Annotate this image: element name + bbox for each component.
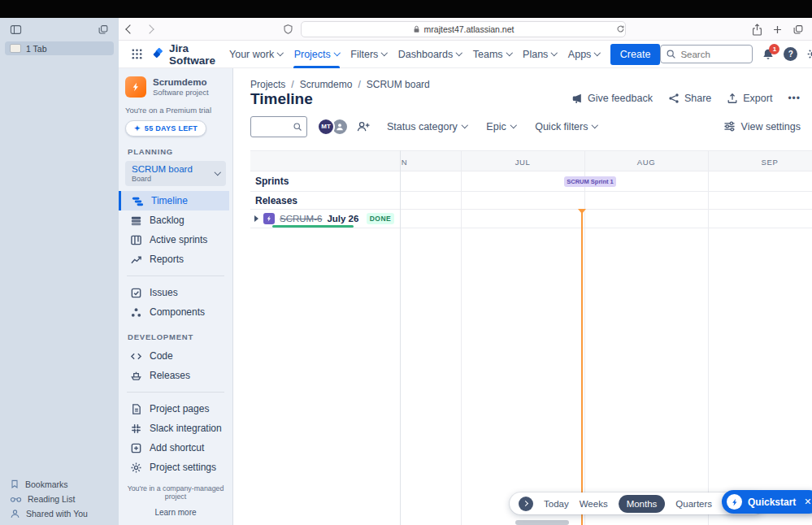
quickstart-button[interactable]: Quickstart ✕ [722,490,812,514]
epic-dropdown[interactable]: Epic [486,121,515,132]
browser-tab-item[interactable]: 1 Tab [5,41,114,55]
timeline-search-input[interactable] [255,121,293,132]
learn-more-link[interactable]: Learn more [119,508,232,517]
privacy-shield-icon[interactable] [283,24,293,35]
sidebar-item-reading-list[interactable]: Reading List [10,494,88,504]
sidebar-toggle-icon[interactable] [10,24,22,35]
export-button[interactable]: Export [727,93,772,104]
lock-icon [413,25,420,33]
zoom-option-today[interactable]: Today [544,499,569,509]
zoom-option-weeks[interactable]: Weeks [580,499,608,509]
tabs-icon[interactable] [792,24,804,35]
share-page-icon[interactable] [752,24,762,36]
epic-row-item[interactable]: SCRUM-6 July 26 DONE [250,213,400,224]
sidebar-item-code[interactable]: Code [125,346,226,366]
trial-days-button[interactable]: ✦ 55 DAYS LEFT [125,120,206,137]
sidebar-item-bookmarks[interactable]: Bookmarks [10,479,88,489]
nav-item-teams[interactable]: Teams [467,41,517,68]
add-person-icon[interactable] [356,120,371,132]
status-category-label: Status category [387,121,458,132]
slash-separator: / [358,79,360,90]
board-switcher[interactable]: SCRUM board Board [125,161,226,186]
today-marker-icon [578,209,586,214]
sidebar-item-issues[interactable]: Issues [125,283,226,302]
epic-progress-bar [272,225,354,228]
zoom-option-months[interactable]: Months [619,495,666,513]
view-settings-button[interactable]: View settings [723,121,801,132]
board-columns-icon [130,234,142,246]
sidebar-item-slack-integration[interactable]: Slack integration [125,419,226,438]
epic-key: SCRUM-6 [280,214,322,223]
epic-name: July 26 [327,214,358,223]
person-icon [10,509,20,518]
member-avatars: MT [317,118,349,136]
sidebar-item-project-pages[interactable]: Project pages [125,399,226,419]
sidebar-item-components[interactable]: Components [125,302,226,322]
nav-item-dashboards[interactable]: Dashboards [393,41,467,68]
glasses-icon [10,495,22,503]
breadcrumb-scrum-board[interactable]: SCRUM board [367,79,430,90]
create-button[interactable]: Create [610,44,661,65]
expand-chevron-icon[interactable] [254,215,258,222]
notifications-button[interactable]: 1 [762,48,775,61]
breadcrumb-projects[interactable]: Projects [250,79,285,90]
new-tab-icon[interactable] [772,24,783,35]
reports-label: Reports [150,254,184,265]
month-gridline [708,150,709,525]
nav-label: Projects [294,49,331,60]
global-search-input[interactable] [680,50,747,59]
gear-icon[interactable] [806,47,812,61]
breadcrumb-scrumdemo[interactable]: Scrumdemo [300,79,353,90]
nav-label: Your work [229,49,274,60]
close-icon[interactable]: ✕ [804,497,811,507]
quick-filters-label: Quick filters [535,121,588,132]
month-label-jun: JUN [400,151,407,172]
forward-icon[interactable] [145,24,154,33]
nav-item-your-work[interactable]: Your work [224,41,289,68]
address-bar[interactable]: mrajtest47.atlassian.net [301,21,626,37]
timeline-search[interactable] [250,116,307,137]
back-icon[interactable] [125,24,134,33]
help-icon[interactable]: ? [784,47,797,61]
zoom-option-quarters[interactable]: Quarters [675,499,712,509]
sidebar-item-active-sprints[interactable]: Active sprints [125,230,226,249]
sidebar-item-backlog[interactable]: Backlog [125,210,226,230]
project-pages-label: Project pages [150,403,209,414]
global-search[interactable] [660,45,753,63]
timeline-icon [132,195,144,207]
active-sprints-label: Active sprints [150,234,207,245]
quickstart-label: Quickstart [748,497,796,508]
next-button[interactable] [519,497,533,511]
more-icon[interactable]: ••• [788,93,801,104]
give-feedback-button[interactable]: Give feedback [571,93,653,104]
sidebar-item-reports[interactable]: Reports [125,249,226,269]
nav-item-filters[interactable]: Filters [345,41,393,68]
member-avatar[interactable]: MT [317,118,335,136]
status-badge: DONE [367,213,394,224]
url-text: mrajtest47.atlassian.net [424,24,515,34]
sidebar-item-project-settings[interactable]: Project settings [125,458,226,477]
project-header[interactable]: Scrumdemo Software project [125,76,226,98]
jira-logo[interactable]: Jira Software [152,42,215,67]
share-button[interactable]: Share [668,93,711,104]
share-icon [668,93,680,104]
board-switcher-subtitle: Board [132,175,193,183]
reading-list-label: Reading List [28,494,75,504]
app-switcher-icon[interactable] [127,48,147,60]
sidebar-item-timeline[interactable]: Timeline [119,191,229,210]
month-label-sep: SEP [762,151,779,172]
issues-label: Issues [150,287,178,298]
status-category-dropdown[interactable]: Status category [387,121,467,132]
horizontal-scrollbar[interactable] [515,520,569,525]
quick-filters-dropdown[interactable]: Quick filters [535,121,597,132]
sidebar-item-shared-with-you[interactable]: Shared with You [10,509,88,518]
slack-icon [130,423,142,435]
nav-item-apps[interactable]: Apps [562,41,606,68]
nav-item-plans[interactable]: Plans [517,41,562,68]
sidebar-item-add-shortcut[interactable]: Add shortcut [125,438,226,458]
refresh-icon[interactable] [616,24,625,33]
sprint-bar[interactable]: SCRUM Sprint 1 [564,176,616,187]
nav-item-projects[interactable]: Projects [289,41,345,68]
tab-overview-icon[interactable] [98,24,109,35]
sidebar-item-releases[interactable]: Releases [125,366,226,385]
